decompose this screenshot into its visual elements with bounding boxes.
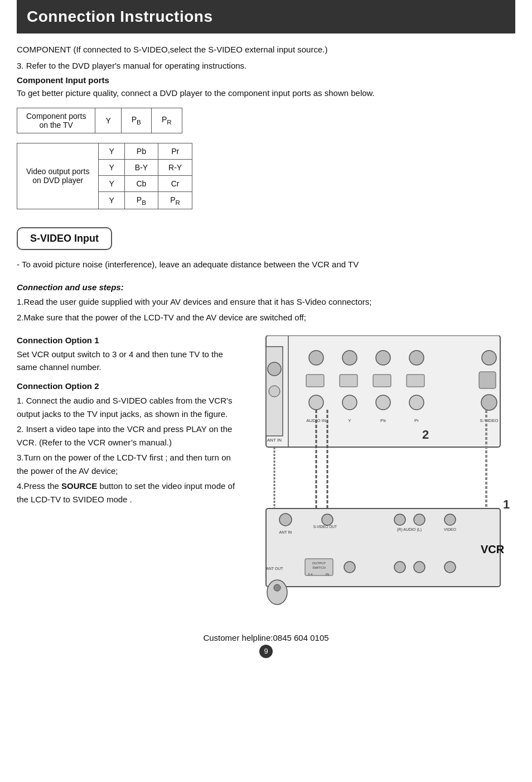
option2-list: 1. Connect the audio and S-VIDEO cables … xyxy=(17,394,240,506)
dvd-ports-label: Video output portson DVD player xyxy=(17,143,99,209)
svg-text:(R) AUDIO (L): (R) AUDIO (L) xyxy=(397,527,422,532)
svg-point-54 xyxy=(267,580,287,605)
svideo-title-box: S-VIDEO Input xyxy=(17,227,112,250)
component-table: Component portson the TV Y PB PR xyxy=(17,108,182,133)
svg-text:Y: Y xyxy=(348,418,351,423)
dvd-pr1: Pr xyxy=(158,143,192,159)
svg-point-33 xyxy=(279,514,292,526)
svg-point-7 xyxy=(376,351,390,365)
svg-rect-12 xyxy=(373,375,391,387)
svg-text:S-VIDEO: S-VIDEO xyxy=(480,418,499,423)
svg-rect-14 xyxy=(479,372,496,388)
component-input-desc: To get better picture quality, connect a… xyxy=(17,87,515,100)
step-1: 1.Read the user guide supplied with your… xyxy=(17,295,515,309)
component-input-title: Component Input ports xyxy=(17,75,515,85)
svg-rect-32 xyxy=(266,508,500,587)
option2-step3: 3.Turn on the power of the LCD-TV first … xyxy=(17,451,240,478)
svg-text:Pb: Pb xyxy=(380,418,386,423)
dvd-pb1: Pb xyxy=(124,143,158,159)
svg-rect-13 xyxy=(407,375,424,387)
svg-point-55 xyxy=(274,584,280,591)
svg-point-17 xyxy=(376,395,390,410)
dvd-y3: Y xyxy=(99,175,124,191)
svg-point-2 xyxy=(268,362,281,376)
page-number: 9 xyxy=(259,645,273,658)
svg-point-49 xyxy=(344,562,355,573)
page-title: Connection Instructions xyxy=(27,8,505,26)
svg-point-41 xyxy=(444,514,456,525)
option2-step4: 4.Press the SOURCE button to set the vid… xyxy=(17,479,240,506)
dvd-y1: Y xyxy=(99,143,124,159)
dvd-cr: Cr xyxy=(158,175,192,191)
svg-text:OUT: OUT xyxy=(329,525,337,529)
header-bar: Connection Instructions xyxy=(17,0,515,33)
svg-point-19 xyxy=(481,395,497,410)
tv-pb-col: PB xyxy=(121,108,151,133)
option1-title: Connection Option 1 xyxy=(17,335,240,345)
footer: Customer helpline:0845 604 0105 9 xyxy=(17,633,515,658)
svg-text:SWITCH: SWITCH xyxy=(312,566,326,569)
svg-point-52 xyxy=(444,562,456,573)
svg-point-5 xyxy=(309,351,323,365)
svg-point-8 xyxy=(409,351,424,365)
svg-text:OUTPUT: OUTPUT xyxy=(312,562,326,565)
svg-point-16 xyxy=(342,395,357,410)
component-table-area: Component portson the TV Y PB PR Video o… xyxy=(17,108,515,210)
dvd-ports-table: Video output portson DVD player Y Pb Pr … xyxy=(17,143,192,210)
dvd-by: B-Y xyxy=(124,159,158,175)
dvd-y2: Y xyxy=(99,159,124,175)
svg-text:VCR: VCR xyxy=(481,543,505,555)
svg-text:2: 2 xyxy=(422,428,429,442)
tv-ports-label: Component portson the TV xyxy=(17,108,95,133)
steps-list: 1.Read the user guide supplied with your… xyxy=(17,295,515,324)
steps-title: Connection and use steps: xyxy=(17,282,515,292)
intro-line2: 3. Refer to the DVD player's manual for … xyxy=(17,60,515,73)
option2-step2: 2. Insert a video tape into the VCR and … xyxy=(17,423,240,449)
svg-point-6 xyxy=(342,351,357,365)
svg-point-51 xyxy=(414,562,425,573)
option1-desc: Set VCR output switch to 3 or 4 and then… xyxy=(17,348,240,373)
option2-step1: 1. Connect the audio and S-VIDEO cables … xyxy=(17,394,240,421)
svg-point-18 xyxy=(409,395,424,410)
dvd-pr2: PR xyxy=(158,191,192,209)
svg-point-3 xyxy=(269,386,280,397)
svg-text:1: 1 xyxy=(503,497,510,511)
page: Connection Instructions COMPONENT (If co… xyxy=(0,0,532,782)
svideo-note: - To avoid picture noise (interference),… xyxy=(17,258,515,271)
svg-point-9 xyxy=(482,351,496,365)
tv-y-col: Y xyxy=(95,108,121,133)
dvd-ry: R-Y xyxy=(158,159,192,175)
svg-text:ANT IN: ANT IN xyxy=(279,530,292,534)
svg-text:IN: IN xyxy=(326,573,329,576)
intro-line1: COMPONENT (If connected to S-VIDEO,selec… xyxy=(17,44,515,56)
svg-rect-10 xyxy=(306,375,324,387)
svg-text:S-VIDEO: S-VIDEO xyxy=(313,525,328,529)
tv-pr-col: PR xyxy=(151,108,182,133)
svg-point-15 xyxy=(309,395,323,410)
svg-text:ANT OUT: ANT OUT xyxy=(266,567,283,570)
connection-diagram: ANT IN AUDIO IN Y Pb Pr S-VIDEO 2 1 xyxy=(251,335,515,615)
option2-title: Connection Option 2 xyxy=(17,381,240,391)
dvd-pb2: PB xyxy=(124,191,158,209)
svg-text:Pr: Pr xyxy=(414,418,419,423)
svg-text:ANT IN: ANT IN xyxy=(267,438,282,443)
dvd-cb: Cb xyxy=(124,175,158,191)
svg-point-38 xyxy=(394,514,405,525)
svg-point-39 xyxy=(414,514,425,525)
svg-point-50 xyxy=(394,562,405,573)
table-row: Video output portson DVD player Y Pb Pr xyxy=(17,143,192,159)
diagram-area: ANT IN AUDIO IN Y Pb Pr S-VIDEO 2 1 xyxy=(251,335,515,616)
svg-text:VIDEO: VIDEO xyxy=(444,527,456,531)
svg-point-35 xyxy=(322,514,333,525)
connection-options-area: Connection Option 1 Set VCR output switc… xyxy=(17,335,515,616)
step-2: 2.Make sure that the power of the LCD-TV… xyxy=(17,311,515,324)
options-text: Connection Option 1 Set VCR output switc… xyxy=(17,335,240,616)
svideo-title: S-VIDEO Input xyxy=(30,233,99,244)
svg-rect-11 xyxy=(340,375,357,387)
helpline: Customer helpline:0845 604 0105 xyxy=(17,633,515,642)
svg-text:3  4: 3 4 xyxy=(308,573,313,576)
table-row: Component portson the TV Y PB PR xyxy=(17,108,182,133)
dvd-y4: Y xyxy=(99,191,124,209)
